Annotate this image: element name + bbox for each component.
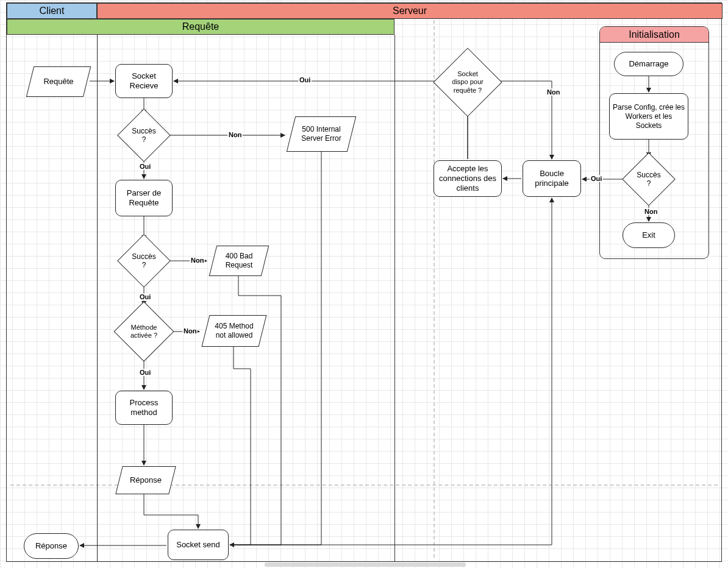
node-socket-available: Socket dispo pour requête ? [443,58,492,107]
node-parse-config: Parse Config, crée les Workers et les So… [609,93,688,140]
guide-vertical [434,20,435,558]
node-error-400: 400 Bad Request [213,246,265,276]
label-non-success3: Non [643,208,658,215]
lane-divider-requete [394,35,395,561]
lane-requete-header: Requête [7,19,394,35]
node-requete-input: Requête [30,66,87,97]
label-oui-success1: Oui [138,163,152,170]
node-method-enabled: Méthode activée ? [123,310,165,353]
node-success-2: Succès ? [125,242,163,280]
node-success-1: Succès ? [125,116,163,154]
label-non-method: Non [182,327,198,335]
label-non-socket-dispo: Non [546,88,561,96]
node-error-500: 500 Internal Server Error [291,116,352,152]
diagram-container: Client Serveur Requête Requête Réponse S… [6,2,722,562]
label-non-success2: Non [190,257,205,264]
node-socket-send: Socket send [168,530,229,560]
node-parser: Parser de Requête [115,180,173,216]
label-oui-method: Oui [138,369,152,376]
lane-divider-client [97,19,98,561]
scrollbar-horizontal[interactable] [265,563,466,567]
label-oui-success3: Oui [590,175,603,182]
lane-client-header: Client [7,3,97,19]
node-demarrage: Démarrage [614,52,683,76]
label-oui-socket-dispo: Oui [298,76,312,83]
guide-horizontal [10,485,718,486]
node-main-loop: Boucle principale [523,160,581,197]
node-response-msg: Réponse [119,466,173,494]
node-error-405: 405 Method not allowed [205,315,263,347]
node-accept-connections: Accepte les connections des clients [434,160,502,197]
label-non-success1: Non [227,131,243,138]
node-success-3: Succès ? [630,160,668,198]
node-reponse-output: Réponse [24,533,79,559]
init-header: Initialisation [600,27,708,43]
lane-server-header: Serveur [97,3,723,19]
node-process-method: Process method [115,391,173,425]
node-socket-receive: Socket Recieve [115,64,173,98]
label-oui-success2: Oui [138,293,152,300]
node-exit: Exit [623,222,675,248]
